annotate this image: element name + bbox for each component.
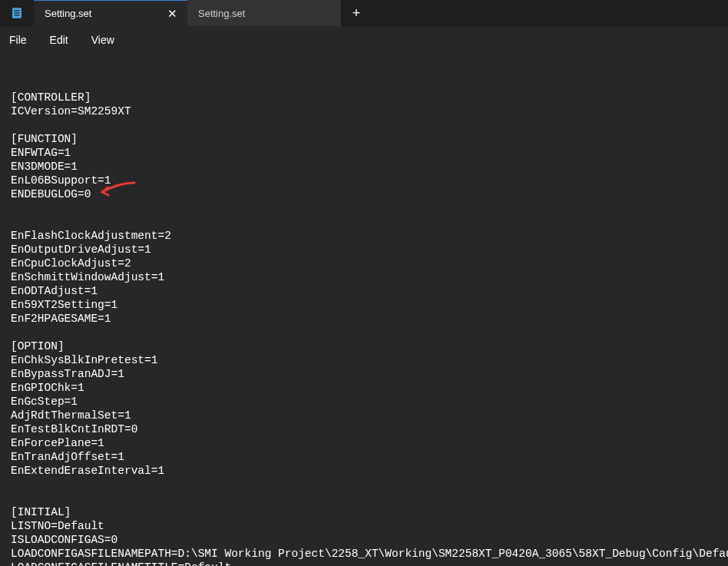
editor-line: EnODTAdjust=1 (11, 284, 717, 298)
editor-line: [OPTION] (11, 339, 717, 353)
editor-line: ENDEBUGLOG=0 (11, 187, 717, 201)
editor-line: EnBypassTranADJ=1 (11, 367, 717, 381)
editor-line: [FUNCTION] (11, 132, 717, 146)
editor-line: EnL06BSupport=1 (11, 174, 717, 187)
editor-line (11, 492, 717, 505)
editor-line: EnGcStep=1 (11, 395, 717, 409)
editor-line: EnFlashClockAdjustment=2 (11, 229, 717, 243)
close-icon[interactable]: ✕ (166, 8, 178, 20)
editor-line: EnTestBlkCntInRDT=0 (11, 422, 717, 436)
editor-line: LOADCONFIGASFILENAMEPATH=D:\SMI Working … (11, 547, 717, 561)
editor-line (11, 215, 717, 229)
editor-line: EnChkSysBlkInPretest=1 (11, 353, 717, 367)
tab-active[interactable]: Setting.set ✕ (34, 0, 187, 26)
menu-file[interactable]: File (6, 31, 30, 49)
svg-rect-3 (14, 15, 20, 15)
editor-line (11, 118, 717, 132)
editor-line (11, 326, 717, 339)
app-icon (0, 0, 34, 26)
titlebar: Setting.set ✕ Setting.set + (0, 0, 728, 26)
editor-line: En59XT2Setting=1 (11, 298, 717, 312)
editor-line: EnOutputDriveAdjust=1 (11, 243, 717, 257)
editor-line: EnCpuClockAdjust=2 (11, 257, 717, 270)
editor-line (11, 478, 717, 492)
editor-line: LISTNO=Default (11, 519, 717, 533)
menu-view[interactable]: View (88, 31, 117, 49)
editor-line: [INITIAL] (11, 505, 717, 519)
editor-line: EnTranAdjOffset=1 (11, 450, 717, 464)
editor-line: EnGPIOChk=1 (11, 381, 717, 395)
editor-line: EnForcePlane=1 (11, 436, 717, 450)
menu-edit[interactable]: Edit (47, 31, 71, 49)
editor-line: AdjRdtThermalSet=1 (11, 409, 717, 422)
editor-line (11, 201, 717, 215)
editor-line: LOADCONFIGASFILENAMETITLE=Default (11, 561, 717, 566)
editor-line: [CONTROLLER] (11, 91, 717, 104)
editor-line: ENFWTAG=1 (11, 146, 717, 160)
editor-line: EN3DMODE=1 (11, 160, 717, 174)
editor-line: ISLOADCONFIGAS=0 (11, 533, 717, 547)
editor-line: EnExtendEraseInterval=1 (11, 464, 717, 478)
editor-line: EnSchmittWindowAdjust=1 (11, 270, 717, 284)
svg-rect-1 (14, 10, 20, 11)
new-tab-button[interactable]: + (341, 0, 372, 26)
tab-title: Setting.set (45, 8, 166, 19)
menubar: File Edit View (0, 26, 728, 54)
tab-inactive[interactable]: Setting.set (187, 0, 341, 26)
tab-title: Setting.set (198, 8, 332, 19)
editor-line: ICVersion=SM2259XT (11, 104, 717, 118)
svg-rect-2 (14, 12, 20, 13)
editor-line: EnF2HPAGESAME=1 (11, 312, 717, 326)
editor-content[interactable]: [CONTROLLER]ICVersion=SM2259XT[FUNCTION]… (0, 54, 728, 566)
